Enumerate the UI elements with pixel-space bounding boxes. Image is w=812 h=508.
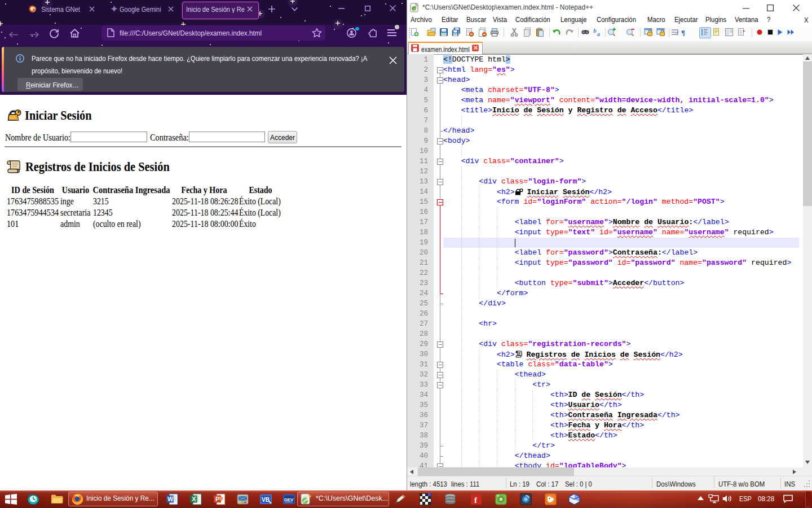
svg-text:DEV: DEV [284,497,294,502]
svg-text:VB: VB [262,497,270,503]
svg-text:P: P [215,496,219,502]
